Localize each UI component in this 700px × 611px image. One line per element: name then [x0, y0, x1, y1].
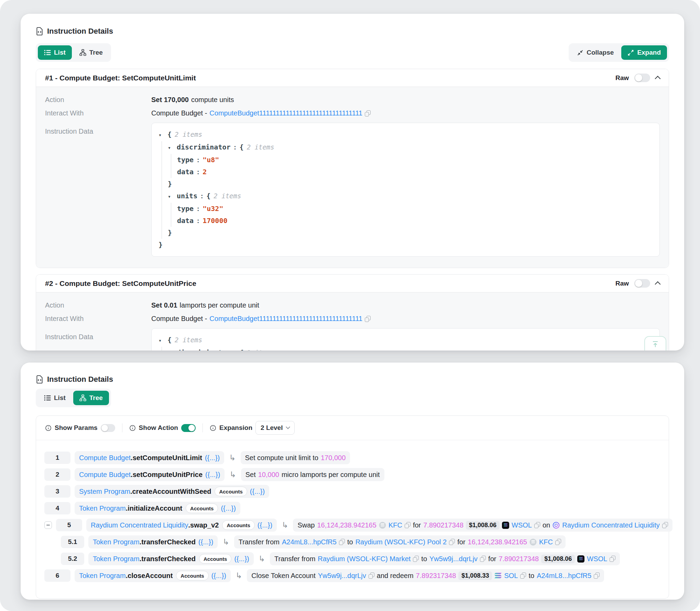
copy-icon[interactable]: [339, 539, 345, 545]
copy-icon[interactable]: [610, 556, 615, 562]
json-colon: :: [196, 216, 200, 225]
platform-link[interactable]: Raydium Concentrated Liquidity: [562, 521, 660, 529]
instruction-pill: Token Program.transferChecked ({...}): [88, 535, 218, 548]
account-link[interactable]: A24mL8...hpCfR5: [282, 538, 337, 546]
program-link[interactable]: Token Program: [79, 572, 126, 580]
expansion-select[interactable]: 2 Level: [255, 421, 295, 435]
list-icon: [44, 395, 51, 401]
copy-icon[interactable]: [480, 556, 486, 562]
program-link[interactable]: Raydium Concentrated Liquidity: [91, 521, 188, 529]
program-link[interactable]: Token Program: [93, 538, 140, 546]
token-link[interactable]: WSOL: [587, 555, 607, 563]
amount-value: 7.890217348: [423, 521, 463, 529]
accounts-badge[interactable]: Accounts: [186, 503, 218, 513]
amount-value: 16,124,238.942165: [317, 521, 376, 529]
list-view-button[interactable]: List: [38, 391, 72, 405]
caret-icon[interactable]: ▾: [158, 335, 167, 347]
account-link[interactable]: Yw5w9j...dqrLjv: [429, 555, 478, 563]
scroll-to-top-button[interactable]: [644, 336, 666, 351]
copy-icon[interactable]: [594, 573, 600, 579]
account-link[interactable]: A24mL8...hpCfR5: [537, 572, 591, 580]
params-link[interactable]: ({...}): [211, 572, 226, 580]
tree-view-button[interactable]: Tree: [73, 391, 109, 405]
copy-icon[interactable]: [520, 573, 526, 579]
token-link[interactable]: KFC: [539, 538, 553, 546]
instruction-details-card-tree: Instruction Details List: [21, 363, 684, 600]
sol-token-icon: [494, 573, 502, 579]
list-view-button[interactable]: List: [38, 45, 72, 60]
action-text: for: [488, 555, 496, 563]
card-header: Instruction Details: [36, 27, 669, 36]
json-items-count: 2 items: [214, 192, 241, 200]
collapse-button[interactable]: Collapse: [571, 45, 620, 60]
action-text: to: [528, 572, 534, 580]
collapse-row-button[interactable]: [44, 521, 52, 529]
caret-icon[interactable]: ▾: [168, 347, 177, 351]
expand-button[interactable]: Expand: [621, 45, 667, 60]
copy-icon[interactable]: [534, 522, 540, 528]
accounts-badge[interactable]: Accounts: [199, 554, 231, 564]
tree-view-label: Tree: [89, 49, 103, 56]
params-link[interactable]: ({...}): [250, 488, 265, 496]
caret-icon[interactable]: ▾: [168, 191, 177, 203]
info-icon: [210, 425, 216, 431]
copy-icon[interactable]: [369, 573, 374, 579]
program-address-link[interactable]: ComputeBudget111111111111111111111111111…: [209, 109, 362, 117]
show-params-toggle[interactable]: [101, 424, 115, 432]
action-text: to: [421, 555, 427, 563]
tree-row: 4 Token Program.initializeAccount Accoun…: [44, 502, 660, 515]
caret-icon[interactable]: ▾: [158, 129, 167, 141]
show-action-toggle[interactable]: [181, 424, 196, 432]
params-link[interactable]: ({...}): [198, 538, 213, 546]
params-link[interactable]: ({...}): [221, 504, 236, 512]
json-block: ▾discriminator:{2 items type:"u8" data:2…: [162, 141, 653, 239]
json-number-value: 170000: [203, 216, 227, 225]
copy-icon[interactable]: [413, 556, 419, 562]
json-items-count: 2 items: [175, 131, 202, 138]
accounts-badge[interactable]: Accounts: [176, 571, 208, 580]
token-link[interactable]: KFC: [389, 521, 402, 529]
json-brace: {: [167, 336, 172, 344]
raw-toggle[interactable]: [634, 279, 650, 288]
collapse-label: Collapse: [587, 49, 614, 56]
token-link[interactable]: WSOL: [512, 521, 532, 529]
action-text: and redeem: [377, 572, 414, 580]
chevron-up-icon[interactable]: [655, 281, 661, 287]
minus-icon: [46, 525, 50, 525]
params-link[interactable]: ({...}): [234, 555, 249, 563]
copy-icon[interactable]: [449, 539, 455, 545]
accounts-badge[interactable]: Accounts: [215, 487, 247, 496]
copy-icon[interactable]: [555, 539, 561, 545]
account-link[interactable]: Raydium (WSOL-KFC) Market: [318, 555, 411, 563]
program-link[interactable]: System Program: [79, 488, 130, 496]
params-link[interactable]: ({...}): [205, 454, 220, 462]
program-link[interactable]: Compute Budget: [79, 471, 131, 479]
account-link[interactable]: Yw5w9j...dqrLjv: [318, 572, 366, 580]
program-link[interactable]: Token Program: [93, 555, 140, 563]
raw-toggle[interactable]: [634, 74, 650, 82]
action-text: Close Token Account: [251, 572, 315, 580]
method-name: .transferChecked: [140, 555, 196, 563]
accounts-badge[interactable]: Accounts: [222, 520, 254, 530]
account-link[interactable]: Raydium (WSOL-KFC) Pool 2: [356, 538, 447, 546]
collapse-icon: [577, 49, 583, 56]
field-label: Action: [45, 96, 151, 104]
tree-view-button[interactable]: Tree: [73, 45, 109, 60]
copy-icon[interactable]: [405, 522, 411, 528]
program-link[interactable]: Compute Budget: [79, 454, 131, 462]
copy-icon[interactable]: [365, 316, 371, 322]
chevron-up-icon[interactable]: [655, 76, 661, 82]
params-link[interactable]: ({...}): [205, 471, 220, 479]
tree-view-label: Tree: [89, 394, 103, 402]
caret-icon[interactable]: ▾: [168, 142, 177, 154]
program-link[interactable]: Token Program: [79, 504, 126, 512]
row-index-badge: 6: [44, 569, 70, 582]
action-text: Transfer from: [239, 538, 280, 546]
tree-icon: [79, 49, 86, 56]
copy-icon[interactable]: [662, 522, 668, 528]
program-address-link[interactable]: ComputeBudget111111111111111111111111111…: [209, 315, 362, 323]
field-label: Interact With: [45, 315, 151, 323]
copy-icon[interactable]: [365, 110, 371, 116]
token-link[interactable]: SOL: [504, 572, 518, 580]
params-link[interactable]: ({...}): [258, 521, 272, 529]
